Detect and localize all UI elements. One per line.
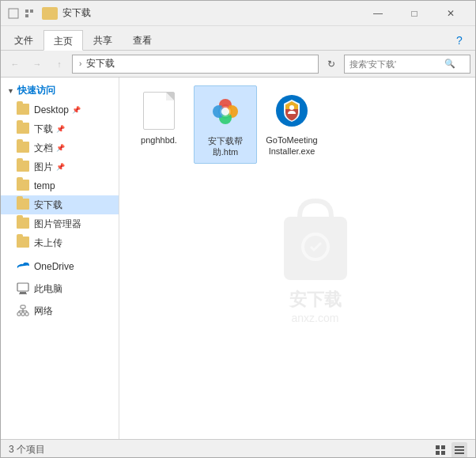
view-list-button[interactable]: [451, 442, 467, 458]
sidebar-item-anzaixia[interactable]: 安下载: [1, 195, 119, 214]
file-icon-pnghhbd: [140, 90, 178, 131]
back-button[interactable]: ←: [6, 55, 25, 74]
file-item-pnghhbd[interactable]: pnghhbd.: [127, 85, 191, 164]
folder-icon-picmanager: [17, 218, 29, 230]
file-icon-htm: [206, 91, 244, 132]
folder-icon-downloads: [17, 123, 29, 135]
ribbon-tab-view[interactable]: 查看: [123, 29, 162, 50]
sidebar-item-thispc[interactable]: 此电脑: [1, 279, 119, 298]
search-box[interactable]: 🔍: [344, 55, 470, 74]
file-item-htm[interactable]: 安下载帮助.htm: [194, 85, 257, 164]
window-title: 安下载: [62, 6, 360, 20]
gotomeeting-icon: [274, 93, 309, 128]
sidebar-label-downloads: 下载: [34, 123, 53, 136]
doc-icon: [143, 92, 175, 130]
title-folder-icon: [42, 7, 58, 20]
sidebar-label-thispc: 此电脑: [34, 282, 62, 296]
svg-rect-27: [436, 445, 440, 449]
network-icon: [17, 305, 29, 317]
pin-icon-documents: 📌: [56, 144, 65, 152]
window-controls: — □ ✕: [360, 1, 469, 26]
sidebar-item-notuploaded[interactable]: 未上传: [1, 233, 119, 252]
pin-icon-downloads: 📌: [56, 125, 65, 133]
svg-rect-33: [455, 452, 464, 454]
sidebar-item-onedrive[interactable]: OneDrive: [1, 257, 119, 276]
svg-rect-2: [20, 292, 26, 293]
file-label-pnghhbd: pnghhbd.: [141, 134, 177, 146]
sidebar-label-anzaixia: 安下载: [34, 199, 62, 212]
item-count: 3 个项目: [9, 443, 45, 456]
pin-icon-desktop: 📌: [72, 106, 81, 114]
ribbon-tab-file[interactable]: 文件: [4, 29, 43, 50]
sidebar-item-network[interactable]: 网络: [1, 301, 119, 320]
htm-file-icon: [208, 94, 243, 129]
sidebar-label-temp: temp: [34, 180, 55, 191]
content-area: 安下载 anxz.com pnghhbd.: [119, 78, 475, 439]
sidebar-label-picmanager: 图片管理器: [34, 218, 81, 231]
sidebar-item-picmanager[interactable]: 图片管理器: [1, 214, 119, 233]
svg-rect-0: [9, 9, 18, 18]
title-bar: 安下载 — □ ✕: [1, 1, 475, 26]
folder-icon-notuploaded: [17, 237, 29, 249]
pin-icon-pictures: 📌: [56, 163, 65, 171]
up-button[interactable]: ↑: [50, 55, 69, 74]
sidebar-item-downloads[interactable]: 下载 📌: [1, 119, 119, 138]
sidebar-item-desktop[interactable]: Desktop 📌: [1, 100, 119, 119]
svg-rect-29: [436, 451, 440, 455]
quick-access-icon: [23, 7, 36, 20]
refresh-button[interactable]: ↻: [322, 55, 341, 74]
sidebar-label-onedrive: OneDrive: [34, 261, 74, 272]
folder-icon-pictures: [17, 161, 29, 173]
search-input[interactable]: [349, 59, 444, 69]
svg-point-26: [289, 105, 294, 110]
svg-rect-28: [441, 445, 445, 449]
ribbon-tab-share[interactable]: 共享: [83, 29, 123, 50]
svg-rect-6: [21, 312, 25, 316]
svg-rect-3: [19, 293, 27, 294]
svg-rect-30: [441, 451, 445, 455]
quick-access-label: 快速访问: [17, 84, 55, 97]
folder-icon-temp: [17, 180, 29, 192]
svg-rect-4: [21, 305, 25, 308]
path-folder: 安下载: [86, 57, 115, 70]
quick-access-section[interactable]: ▼ 快速访问: [1, 81, 119, 100]
svg-rect-1: [17, 283, 28, 291]
svg-rect-7: [25, 312, 28, 316]
file-item-gotomeeting[interactable]: GoToMeeting Installer.exe: [260, 85, 323, 164]
minimize-button[interactable]: —: [360, 1, 396, 26]
svg-rect-32: [455, 449, 464, 451]
svg-rect-5: [17, 312, 21, 316]
svg-point-24: [221, 108, 229, 115]
file-icon-gotomeeting: [273, 90, 311, 131]
file-label-htm: 安下载帮助.htm: [198, 135, 253, 158]
ribbon-tab-home[interactable]: 主页: [43, 30, 83, 51]
address-path[interactable]: › 安下载: [72, 55, 319, 74]
sidebar-item-temp[interactable]: temp: [1, 176, 119, 195]
watermark: 安下载 anxz.com: [272, 193, 359, 324]
file-label-gotomeeting: GoToMeeting Installer.exe: [263, 134, 320, 157]
ribbon: 文件 主页 共享 查看 ?: [1, 26, 475, 51]
sidebar: ▼ 快速访问 Desktop 📌 下载 📌 文档 📌: [1, 78, 119, 439]
maximize-button[interactable]: □: [396, 1, 433, 26]
search-icon[interactable]: 🔍: [444, 59, 455, 69]
onedrive-icon: [17, 260, 29, 273]
watermark-bag-svg: [272, 193, 359, 288]
watermark-sub: anxz.com: [292, 312, 339, 324]
close-button[interactable]: ✕: [433, 1, 469, 26]
view-grid-button[interactable]: [433, 442, 448, 458]
main-area: ▼ 快速访问 Desktop 📌 下载 📌 文档 📌: [1, 78, 475, 439]
ribbon-tabs: 文件 主页 共享 查看 ?: [1, 26, 475, 50]
forward-button[interactable]: →: [28, 55, 47, 74]
folder-icon-anzaixia: [17, 199, 29, 211]
file-grid: pnghhbd.: [119, 78, 475, 172]
ribbon-help-button[interactable]: ?: [450, 31, 469, 50]
sidebar-item-pictures[interactable]: 图片 📌: [1, 157, 119, 176]
system-icon-1: [7, 7, 20, 20]
sidebar-item-documents[interactable]: 文档 📌: [1, 138, 119, 157]
quick-access-chevron: ▼: [7, 87, 14, 95]
address-bar: ← → ↑ › 安下载 ↻ 🔍: [1, 51, 475, 78]
sidebar-label-pictures: 图片: [34, 161, 53, 174]
pc-icon: [17, 282, 29, 295]
title-bar-system-icons: [7, 7, 36, 20]
sidebar-label-network: 网络: [34, 305, 53, 318]
